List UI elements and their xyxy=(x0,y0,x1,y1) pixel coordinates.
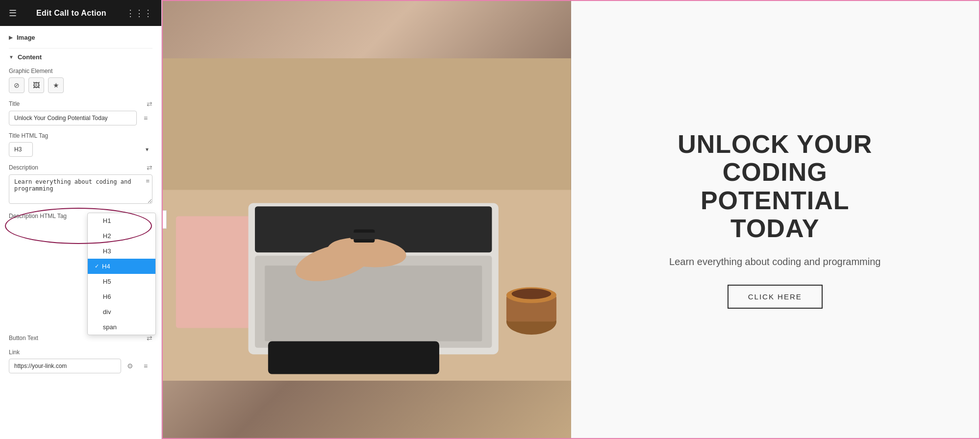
description-html-tag-field: Description HTML Tag H1 H2 H3 ✓ xyxy=(9,213,152,220)
check-icon: ✓ xyxy=(95,263,99,269)
preview-panel: ‹ UNLOCK YOUR CODING POTENTIAL TODAY Lea… xyxy=(162,0,980,439)
link-field: Link ⚙ ≡ xyxy=(9,349,152,373)
description-field: Description ⇄ Learn everything about cod… xyxy=(9,164,152,206)
image-icon: 🖼 xyxy=(33,81,40,89)
graphic-star-btn[interactable]: ★ xyxy=(48,77,64,93)
button-text-dynamic-icon[interactable]: ⇄ xyxy=(147,334,152,342)
description-field-label: Description ⇄ xyxy=(9,164,152,171)
content-section-toggle[interactable]: ▼ Content xyxy=(9,53,152,61)
image-section-arrow: ▶ xyxy=(9,35,13,40)
svg-point-11 xyxy=(512,289,552,299)
left-panel: ☰ Edit Call to Action ⋮⋮⋮ ▶ Image ▼ Cont… xyxy=(0,0,162,439)
section-divider xyxy=(9,48,152,49)
description-menu-icon[interactable]: ≡ xyxy=(146,177,150,185)
svg-rect-12 xyxy=(268,341,439,374)
graphic-element-label: Graphic Element xyxy=(9,68,152,74)
star-icon: ★ xyxy=(53,81,59,89)
title-input-row: ≡ xyxy=(9,111,152,125)
grid-icon[interactable]: ⋮⋮⋮ xyxy=(126,8,152,19)
graphic-element-field: Graphic Element ⊘ 🖼 ★ xyxy=(9,68,152,93)
title-input[interactable] xyxy=(9,111,137,125)
dropdown-item-div[interactable]: div xyxy=(88,304,155,319)
preview-image-svg xyxy=(163,1,571,438)
title-menu-btn[interactable]: ≡ xyxy=(139,111,152,125)
preview-description: Learn everything about coding and progra… xyxy=(669,254,880,269)
dropdown-item-h2[interactable]: H2 xyxy=(88,228,155,244)
preview-area: ‹ UNLOCK YOUR CODING POTENTIAL TODAY Lea… xyxy=(163,1,979,438)
dropdown-item-h6[interactable]: H6 xyxy=(88,289,155,304)
link-menu-btn[interactable]: ≡ xyxy=(139,359,152,373)
button-text-field: Button Text ⇄ xyxy=(9,334,152,342)
title-html-tag-select-wrapper: H1 H2 H3 H4 H5 H6 div span xyxy=(9,142,152,157)
title-html-tag-select[interactable]: H1 H2 H3 H4 H5 H6 div span xyxy=(9,142,33,157)
graphic-none-btn[interactable]: ⊘ xyxy=(9,77,25,93)
dropdown-item-h5[interactable]: H5 xyxy=(88,274,155,289)
description-html-tag-dropdown[interactable]: H1 H2 H3 ✓ H4 H5 xyxy=(87,213,156,335)
title-html-tag-label: Title HTML Tag xyxy=(9,132,152,139)
graphic-btns: ⊘ 🖼 ★ xyxy=(9,77,152,93)
link-input-row: ⚙ ≡ xyxy=(9,359,152,373)
dropdown-item-h3[interactable]: H3 xyxy=(88,244,155,259)
editor-title: Edit Call to Action xyxy=(36,9,106,18)
graphic-image-btn[interactable]: 🖼 xyxy=(28,77,44,93)
title-field-label: Title ⇄ xyxy=(9,100,152,108)
dropdown-item-span[interactable]: span xyxy=(88,319,155,335)
dropdown-item-h4[interactable]: ✓ H4 xyxy=(88,259,155,274)
dropdown-item-h1[interactable]: H1 xyxy=(88,213,155,228)
panel-collapse-btn[interactable]: ‹ xyxy=(163,210,167,229)
button-text-label: Button Text ⇄ xyxy=(9,334,152,342)
description-dynamic-icon[interactable]: ⇄ xyxy=(147,164,152,171)
preview-image-side: ‹ xyxy=(163,1,571,438)
editor-header: ☰ Edit Call to Action ⋮⋮⋮ xyxy=(0,0,161,26)
link-field-label: Link xyxy=(9,349,152,356)
svg-rect-7 xyxy=(265,266,482,341)
content-section-label: Content xyxy=(18,53,42,61)
preview-image-placeholder xyxy=(163,1,571,438)
title-dynamic-icon[interactable]: ⇄ xyxy=(147,100,152,108)
link-input[interactable] xyxy=(9,359,121,373)
description-textarea[interactable]: Learn everything about coding and progra… xyxy=(9,174,152,204)
content-section-arrow: ▼ xyxy=(9,54,14,60)
no-image-icon: ⊘ xyxy=(14,81,20,89)
svg-rect-16 xyxy=(351,233,378,239)
preview-title: UNLOCK YOUR CODING POTENTIAL TODAY xyxy=(678,130,872,243)
hamburger-icon[interactable]: ☰ xyxy=(9,8,17,19)
image-section-label: Image xyxy=(17,34,35,41)
image-section-toggle[interactable]: ▶ Image xyxy=(9,34,152,41)
title-html-tag-field: Title HTML Tag H1 H2 H3 H4 H5 H6 div spa… xyxy=(9,132,152,157)
description-textarea-row: Learn everything about coding and progra… xyxy=(9,174,152,206)
panel-body: ▶ Image ▼ Content Graphic Element ⊘ 🖼 ★ xyxy=(0,26,161,439)
preview-cta-button[interactable]: Click Here xyxy=(728,285,823,309)
preview-content-side: UNLOCK YOUR CODING POTENTIAL TODAY Learn… xyxy=(571,1,980,438)
title-field: Title ⇄ ≡ xyxy=(9,100,152,125)
link-settings-btn[interactable]: ⚙ xyxy=(123,359,137,373)
